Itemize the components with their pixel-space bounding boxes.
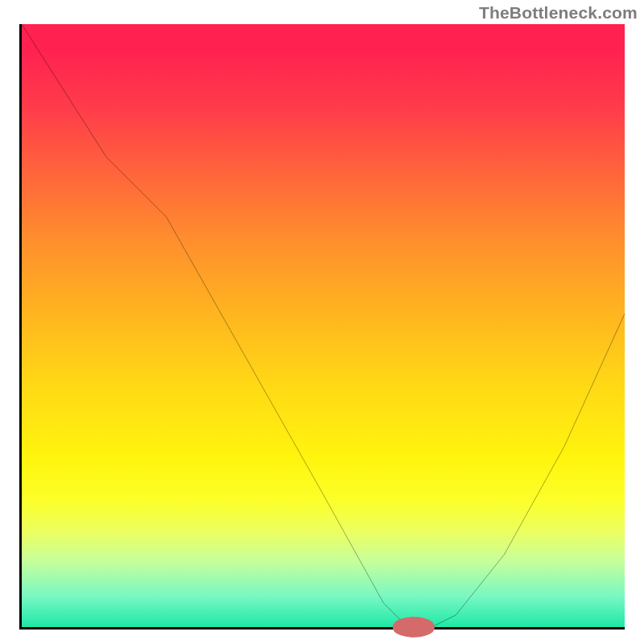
attribution-text: TheBottleneck.com (479, 3, 638, 23)
bottleneck-curve-path (22, 24, 625, 627)
curve-layer (22, 24, 625, 627)
chart-area (19, 24, 625, 630)
optimal-point-marker (395, 620, 431, 634)
